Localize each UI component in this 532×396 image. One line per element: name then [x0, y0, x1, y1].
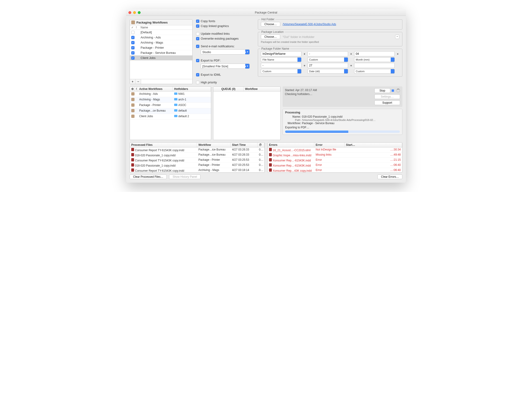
package-icon	[131, 21, 135, 24]
processed-head-file[interactable]: Processed Files	[130, 143, 197, 147]
pfn-6-value[interactable]	[354, 63, 395, 68]
active-row[interactable]: Package…ce Bureaudefault	[130, 108, 211, 114]
col-alert[interactable]: !	[136, 26, 141, 29]
processed-row[interactable]: Consumer Report TY-61543K copy.inddPacka…	[130, 158, 264, 163]
processed-head-wf[interactable]: Workflow	[197, 143, 231, 147]
alert-column[interactable]: !	[135, 87, 138, 91]
folder-icon	[174, 93, 177, 95]
copy-graphics-checkbox[interactable]: ✓	[196, 24, 199, 28]
high-priority-checkbox[interactable]	[196, 81, 199, 84]
add-workflow-button[interactable]: +	[130, 79, 136, 84]
queue-workflow-head[interactable]: Workflow	[244, 87, 280, 91]
errors-head-label[interactable]: Error	[314, 143, 345, 147]
folder-icon	[174, 98, 177, 100]
error-row[interactable]: Graphic Inspe…miss-links.inddMissing lin…	[268, 153, 402, 158]
hotfolders-head[interactable]: Hotfolders	[173, 87, 211, 91]
stop-button[interactable]: Stop	[374, 88, 390, 93]
zoom-icon[interactable]	[138, 11, 141, 14]
hot-folder-path-link[interactable]: /Volumes/SeagateE-500-4/Jobs/Studio Ads	[283, 23, 336, 26]
processed-head-start[interactable]: Start Time	[231, 143, 258, 147]
file-icon	[269, 158, 272, 161]
add-segment-button[interactable]: +	[396, 52, 399, 56]
workflow-checkbox[interactable]: ✓	[131, 56, 135, 60]
workflow-checkbox[interactable]	[131, 31, 135, 34]
processing-workflow: Package - Service Bureau	[302, 122, 334, 125]
folder-icon	[174, 109, 177, 111]
remove-workflow-button[interactable]: −	[136, 79, 141, 84]
workflow-row[interactable]: ✓Package - Service Bureau	[130, 50, 192, 55]
export-pdf-checkbox[interactable]: ✓	[196, 59, 199, 62]
active-row[interactable]: Archiving - Magsarch-1	[130, 97, 211, 103]
workflow-row[interactable]: [Default]	[130, 30, 192, 35]
queue-head[interactable]: QUEUE (0)	[213, 87, 244, 91]
error-row[interactable]: 16_21_Acoust…-CC2015.idmlNot InDesign fi…	[268, 147, 402, 153]
minimize-icon[interactable]	[133, 11, 136, 14]
active-row[interactable]: Package - PrinterASOC	[130, 103, 211, 108]
workflow-row[interactable]: ✓Client Jobs	[130, 55, 192, 61]
copy-fonts-label: Copy fonts	[201, 19, 215, 23]
pfn-3-type[interactable]: Month (mm)	[354, 57, 395, 62]
export-idml-checkbox[interactable]: ✓	[196, 73, 199, 76]
overwrite-checkbox[interactable]: ✓	[196, 37, 199, 40]
close-icon[interactable]	[129, 11, 131, 14]
folder-icon	[174, 115, 177, 117]
workflow-icon	[131, 98, 135, 101]
error-row[interactable]: Xonsumer Rep…-61543K.inddError…:06:40	[268, 163, 402, 168]
update-links-checkbox[interactable]	[196, 32, 199, 35]
file-icon	[131, 169, 134, 172]
workflow-checkbox[interactable]: ✓	[131, 36, 135, 39]
options-column: ✓Copy fonts ✓Copy linked graphics Update…	[196, 19, 254, 84]
processed-row[interactable]: Consumer Report TY-61543K copy.inddArchi…	[130, 168, 264, 172]
package-location-choose-button[interactable]: Choose…	[261, 35, 280, 39]
pfn-5-value[interactable]	[307, 63, 348, 68]
send-email-checkbox[interactable]: ✓	[196, 45, 199, 48]
overwrite-label: Overwrite existing packages	[201, 37, 239, 40]
processed-row[interactable]: 018-020 Passionate_1 copy.inddPackage - …	[130, 163, 264, 168]
workflow-row[interactable]: ✓Package - Printer	[130, 45, 192, 50]
email-profile-select[interactable]: Studio▲▼	[201, 49, 250, 54]
error-row[interactable]: Xonsumer Rep…43K copy.inddError…:06:40	[268, 168, 402, 172]
workflow-name: Package - Printer	[141, 46, 164, 49]
processed-row[interactable]: Consumer Report TY-61543K copy.inddPacka…	[130, 147, 264, 153]
errors-head[interactable]: Errors	[268, 143, 314, 147]
copy-fonts-checkbox[interactable]: ✓	[196, 20, 199, 23]
pdf-preset-select[interactable]: [Smallest File Size]▲▼	[201, 64, 250, 69]
processed-row[interactable]: 018-020 Passionate_1 copy.inddPackage…ic…	[130, 153, 264, 158]
workflow-checkbox[interactable]: ✓	[131, 46, 135, 49]
workflow-row[interactable]: ✓Archiving - Mags	[130, 40, 192, 45]
gear-icon[interactable]: ⚙	[130, 87, 135, 91]
pfn-3-value[interactable]	[354, 51, 395, 56]
workflow-icon	[131, 109, 135, 112]
processed-head-dur[interactable]: ⏱	[258, 143, 264, 147]
pfn-2-value[interactable]	[307, 51, 348, 56]
errors-head-start[interactable]: Start…	[345, 143, 402, 147]
workflow-row[interactable]: ✓Archiving - Ads	[130, 35, 192, 40]
settings-button[interactable]: Settings…	[374, 94, 400, 99]
pfn-4-type[interactable]: Custom	[261, 69, 301, 74]
package-location-clear-button[interactable]: −	[395, 35, 399, 39]
active-row[interactable]: Archiving - AdsNW1	[130, 92, 211, 97]
pfn-5-type[interactable]: Date (dd)	[307, 69, 348, 74]
error-row[interactable]: Xonsumer Rep…-61543K.inddError…:21:15	[268, 158, 402, 163]
pfn-1-type[interactable]: File Name	[261, 57, 301, 62]
show-history-button[interactable]: Show History Panel	[169, 175, 201, 179]
active-head[interactable]: Active Workflows	[138, 87, 173, 91]
hot-folder-choose-button[interactable]: Choose…	[261, 22, 280, 27]
pfn-1-value[interactable]	[261, 51, 301, 56]
workflow-checkbox[interactable]: ✓	[131, 41, 135, 44]
pfn-4-value[interactable]	[261, 63, 301, 68]
pfn-6-type[interactable]: Custom	[354, 69, 395, 74]
workflows-title: Packaging Workflows	[136, 21, 168, 24]
package-location-fieldset: Package Location Choose… "Out" folder in…	[258, 32, 402, 46]
col-name[interactable]: Name	[141, 26, 148, 29]
workflow-name: Archiving - Mags	[141, 41, 163, 44]
workflow-checkbox[interactable]: ✓	[131, 51, 135, 54]
clear-errors-button[interactable]: Clear Errors…	[378, 175, 402, 179]
workflow-name: Client Jobs	[141, 56, 155, 60]
clear-processed-button[interactable]: Clear Processed Files…	[130, 175, 167, 179]
col-check[interactable]: ✓	[131, 26, 136, 29]
spinner-icon	[396, 89, 400, 93]
support-button[interactable]: Support	[374, 100, 400, 105]
active-row[interactable]: Client Jobsdefault 2	[130, 114, 211, 120]
pfn-2-type[interactable]: Custom	[307, 57, 348, 62]
